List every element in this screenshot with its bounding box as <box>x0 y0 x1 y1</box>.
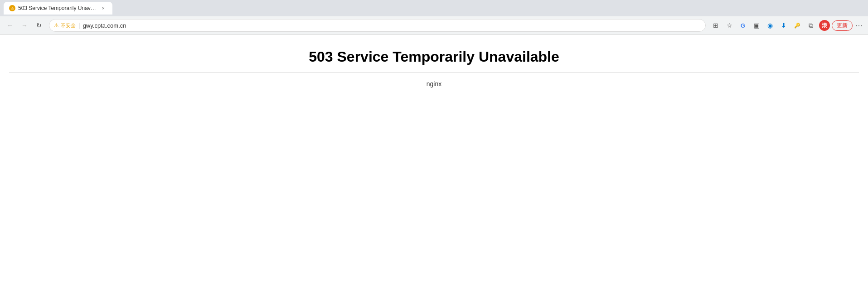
security-text: 不安全 <box>61 22 76 29</box>
server-label: nginx <box>9 80 859 88</box>
tab-title: 503 Service Temporarily Unavailable <box>18 5 97 11</box>
back-icon: ← <box>7 22 13 29</box>
update-button[interactable]: 更新 <box>832 20 853 31</box>
address-bar-row: ← → ↻ ⚠ 不安全 | gwy.cpta.com.cn ⊞ ☆ G <box>0 16 868 34</box>
edge-collections-button[interactable]: ◉ <box>764 19 776 32</box>
back-button[interactable]: ← <box>4 19 16 32</box>
sidebar-button[interactable]: ▣ <box>750 19 763 32</box>
page-content: 503 Service Temporarily Unavailable ngin… <box>0 35 868 88</box>
sidebar-icon: ▣ <box>754 22 760 29</box>
favorite-button[interactable]: ☆ <box>723 19 736 32</box>
active-tab[interactable]: ⚠ 503 Service Temporarily Unavailable × <box>4 2 112 15</box>
extensions-icon: ⧉ <box>809 22 813 29</box>
google-translate-button[interactable]: G <box>737 19 749 32</box>
downloads-button[interactable]: ⬇ <box>777 19 790 32</box>
edge-icon: ◉ <box>767 22 773 29</box>
refresh-button[interactable]: ↻ <box>33 19 45 32</box>
google-translate-icon: G <box>741 22 745 29</box>
warning-icon: ⚠ <box>11 6 14 10</box>
more-icon: ⋯ <box>855 22 863 29</box>
error-heading: 503 Service Temporarily Unavailable <box>9 49 859 65</box>
tab-bar: ⚠ 503 Service Temporarily Unavailable × <box>0 0 868 16</box>
pipe-divider: | <box>78 22 80 29</box>
tab-favicon: ⚠ <box>9 5 15 11</box>
browser-chrome: ⚠ 503 Service Temporarily Unavailable × … <box>0 0 868 35</box>
profile-button[interactable]: 滚 <box>818 19 831 32</box>
download-icon: ⬇ <box>781 22 786 29</box>
forward-icon: → <box>21 22 28 29</box>
avatar-label: 滚 <box>822 22 827 29</box>
update-label: 更新 <box>837 22 848 29</box>
horizontal-divider <box>9 73 859 73</box>
warning-icon: ⚠ <box>54 22 59 29</box>
refresh-icon: ↻ <box>36 22 42 29</box>
password-manager-button[interactable]: 🔑 <box>791 19 804 32</box>
extensions-button[interactable]: ⧉ <box>805 19 817 32</box>
security-indicator: ⚠ 不安全 <box>54 22 76 29</box>
key-icon: 🔑 <box>794 23 800 29</box>
avatar: 滚 <box>819 20 830 31</box>
toolbar-icons: ⊞ ☆ G ▣ ◉ ⬇ 🔑 ⧉ <box>709 19 864 32</box>
star-icon: ☆ <box>727 22 732 29</box>
address-bar[interactable]: ⚠ 不安全 | gwy.cpta.com.cn <box>49 19 706 32</box>
tab-close-button[interactable]: × <box>100 5 107 12</box>
translate-button[interactable]: ⊞ <box>709 19 722 32</box>
translate-icon: ⊞ <box>713 22 718 29</box>
more-options-button[interactable]: ⋯ <box>853 21 864 30</box>
forward-button[interactable]: → <box>18 19 31 32</box>
url-text: gwy.cpta.com.cn <box>83 22 701 29</box>
